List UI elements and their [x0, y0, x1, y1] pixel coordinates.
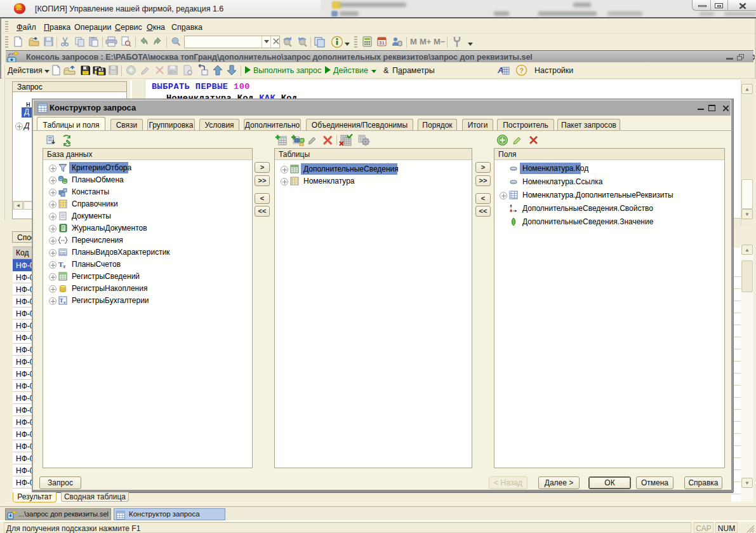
- svg-text:?: ?: [519, 67, 524, 74]
- svg-text:31: 31: [379, 40, 385, 46]
- svg-text:т: т: [63, 300, 66, 305]
- svg-text:т: т: [63, 263, 66, 269]
- svg-text:ДОК: ДОК: [169, 70, 176, 74]
